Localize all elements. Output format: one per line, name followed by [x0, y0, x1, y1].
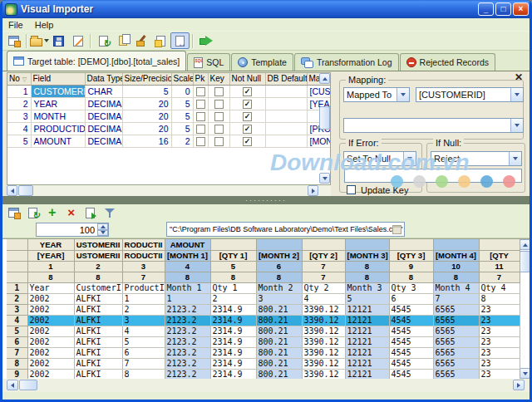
data-cell[interactable]: 4545 [389, 326, 433, 336]
cell-scale[interactable]: 5 [171, 122, 193, 135]
spinner-down-icon[interactable] [97, 230, 108, 237]
field-grid-hscroll-thumb[interactable] [18, 185, 33, 196]
cell-scale[interactable]: 5 [171, 97, 193, 110]
data-cell[interactable]: 2314.9 [210, 326, 256, 336]
data-cell[interactable]: 2002 [27, 326, 74, 336]
row-number-cell[interactable]: 2 [7, 293, 27, 304]
data-cell[interactable]: 8 [479, 293, 520, 304]
mapped-field-select[interactable]: [CUSTOMERID] [416, 87, 524, 102]
data-grid-scroll-up[interactable] [520, 239, 530, 250]
pk-checkbox[interactable] [196, 137, 205, 146]
not-null-checkbox[interactable] [243, 125, 252, 134]
row-number-cell[interactable]: 3 [7, 304, 27, 315]
data-cell[interactable]: 800.21 [256, 326, 302, 336]
data-cell[interactable]: Qty 4 [479, 282, 520, 293]
data-cell[interactable]: 4545 [389, 347, 433, 358]
field-grid-header-not-null[interactable]: Not Null [229, 73, 265, 85]
not-null-checkbox[interactable] [243, 87, 252, 96]
pk-checkbox[interactable] [196, 100, 205, 109]
data-cell[interactable]: 2002 [27, 347, 74, 358]
data-cell[interactable]: 800.21 [256, 369, 302, 379]
data-cell[interactable]: 2 [210, 293, 256, 304]
data-cell[interactable]: 23 [479, 347, 520, 358]
data-cell[interactable]: 3390.12 [302, 358, 345, 369]
field-grid-header-db-default[interactable]: DB Default [265, 73, 307, 85]
data-cell[interactable]: 2123.2 [165, 369, 210, 379]
title-bar[interactable]: Visual Importer _ □ × [0, 0, 532, 18]
data-cell[interactable]: 3390.12 [302, 326, 345, 336]
cell-mapped[interactable]: [CUST [307, 85, 330, 97]
data-cell[interactable]: 2123.2 [165, 315, 210, 326]
data-cell[interactable]: Month 3 [345, 282, 389, 293]
row-number-cell[interactable]: 1 [7, 282, 27, 293]
data-cell[interactable]: ALFKI [74, 304, 122, 315]
cell-pk[interactable] [193, 85, 208, 97]
cell-not-null[interactable] [229, 85, 265, 97]
dropdown-arrow-icon[interactable] [510, 88, 523, 101]
data-cell[interactable]: 2 [122, 304, 165, 315]
dropdown-arrow-icon[interactable] [509, 152, 521, 165]
data-cell[interactable]: 2002 [27, 358, 74, 369]
field-grid-header-data-type[interactable]: Data Type [85, 73, 122, 85]
field-grid-header-size-precision[interactable]: Size/Precision [122, 73, 171, 85]
data-cell[interactable]: 4 [302, 293, 345, 304]
cell-key[interactable] [208, 135, 229, 147]
data-cell[interactable]: 7 [433, 293, 479, 304]
data-cell[interactable]: 3 [122, 315, 165, 326]
data-cell[interactable]: 800.21 [256, 347, 302, 358]
data-cell[interactable]: 4 [122, 326, 165, 336]
data-grid-scroll-left[interactable] [7, 380, 18, 390]
not-null-checkbox[interactable] [243, 137, 252, 146]
data-cell[interactable]: 2123.2 [165, 304, 210, 315]
cell-key[interactable] [208, 110, 229, 122]
data-cell[interactable]: ALFKI [74, 369, 122, 379]
data-cell[interactable]: 5 [345, 293, 389, 304]
not-null-checkbox[interactable] [243, 112, 252, 121]
data-cell[interactable]: 3390.12 [302, 369, 345, 379]
save-button[interactable] [49, 32, 68, 49]
row-number-cell[interactable]: 6 [7, 336, 27, 347]
cell-data-type[interactable]: CHAR [85, 85, 122, 97]
data-cell[interactable]: 2314.9 [210, 315, 256, 326]
key-checkbox[interactable] [214, 100, 224, 109]
properties-button[interactable] [4, 204, 23, 221]
key-checkbox[interactable] [214, 125, 224, 134]
tab-template[interactable]: Template [231, 53, 293, 71]
cell-data-type[interactable]: DECIMAL [85, 122, 122, 135]
maximize-button[interactable]: □ [495, 2, 511, 16]
pk-checkbox[interactable] [196, 87, 205, 96]
data-cell[interactable]: 800.21 [256, 304, 302, 315]
cell-field[interactable]: CUSTOMERID [31, 85, 85, 97]
data-grid-hscroll-thumb[interactable] [19, 380, 37, 390]
cell-db-default[interactable] [265, 135, 307, 147]
field-grid-header-no[interactable]: No▽ [7, 73, 31, 85]
cell-no[interactable]: 3 [7, 110, 31, 122]
cell-db-default[interactable] [265, 122, 307, 135]
field-grid-scroll-left[interactable] [7, 185, 17, 196]
data-cell[interactable]: 12121 [345, 358, 389, 369]
expression-select[interactable] [343, 118, 524, 133]
row-number-cell[interactable]: 4 [7, 315, 27, 326]
filter-button[interactable] [100, 204, 119, 221]
data-cell[interactable]: 2002 [27, 369, 74, 379]
source-file-input[interactable]: "C:\Program Files\DB Software Laboratory… [166, 222, 405, 237]
data-cell[interactable]: Month 4 [433, 282, 479, 293]
edit-record-button[interactable] [68, 32, 87, 49]
data-cell[interactable]: 6565 [433, 304, 479, 315]
cell-scale[interactable]: 2 [171, 135, 193, 147]
update-key-checkbox[interactable] [347, 185, 356, 194]
refresh-button[interactable] [23, 204, 42, 221]
browse-icon[interactable] [392, 225, 401, 234]
field-grid-scroll-right[interactable] [308, 185, 318, 196]
data-cell[interactable]: ALFKI [74, 336, 122, 347]
cell-data-type[interactable]: DECIMAL [85, 135, 122, 147]
cell-field[interactable]: AMOUNT [31, 135, 85, 147]
cell-data-type[interactable]: DECIMAL [85, 97, 122, 110]
refresh-button[interactable] [94, 32, 113, 49]
data-cell[interactable]: 6 [122, 347, 165, 358]
pk-checkbox[interactable] [196, 125, 205, 134]
add-button[interactable]: + [42, 204, 62, 221]
data-cell[interactable]: 7 [122, 358, 165, 369]
delete-button[interactable]: × [62, 204, 81, 221]
cell-not-null[interactable] [229, 122, 265, 135]
